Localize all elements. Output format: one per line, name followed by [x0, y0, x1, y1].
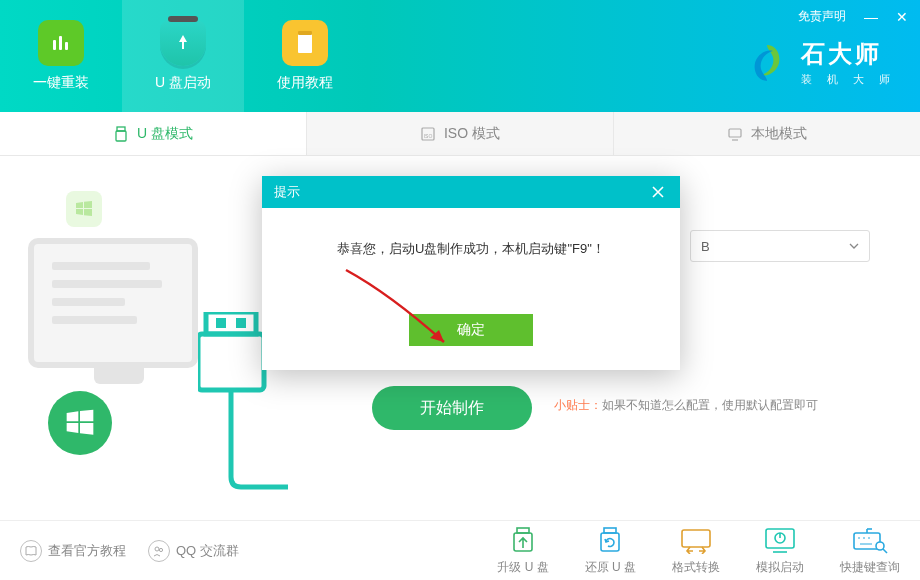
action-format-convert[interactable]: 格式转换 — [672, 525, 720, 576]
svg-rect-3 — [298, 33, 312, 53]
footer-link-label: QQ 交流群 — [176, 542, 239, 560]
tip-body: 如果不知道怎么配置，使用默认配置即可 — [602, 398, 818, 412]
brand-subtitle: 装 机 大 师 — [801, 72, 896, 87]
svg-rect-2 — [65, 42, 68, 50]
mode-tabs: U 盘模式 ISO ISO 模式 本地模式 — [0, 112, 920, 156]
nav-label: U 盘启动 — [155, 74, 211, 92]
convert-icon — [678, 525, 714, 555]
action-simulate-boot[interactable]: 模拟启动 — [756, 525, 804, 576]
nav-label: 一键重装 — [33, 74, 89, 92]
windows-small-icon — [66, 191, 102, 227]
tab-label: ISO 模式 — [444, 125, 500, 143]
tab-iso-mode[interactable]: ISO ISO 模式 — [307, 112, 614, 155]
action-label: 模拟启动 — [756, 559, 804, 576]
action-hotkey-query[interactable]: 快捷键查询 — [840, 525, 900, 576]
action-label: 格式转换 — [672, 559, 720, 576]
dialog-header: 提示 — [262, 176, 680, 208]
svg-point-29 — [876, 542, 884, 550]
footer-link-label: 查看官方教程 — [48, 542, 126, 560]
tab-usb-mode[interactable]: U 盘模式 — [0, 112, 307, 155]
dialog-close-button[interactable] — [648, 182, 668, 202]
close-icon — [651, 185, 665, 199]
svg-rect-11 — [206, 312, 256, 334]
windows-badge-icon — [48, 391, 112, 455]
people-icon — [148, 540, 170, 562]
footer: 查看官方教程 QQ 交流群 升级 U 盘 还原 U 盘 格式转换 模拟启动 快捷… — [0, 520, 920, 580]
dropdown-value: B — [701, 239, 710, 254]
chevron-down-icon — [849, 243, 859, 249]
action-upgrade-usb[interactable]: 升级 U 盘 — [497, 525, 548, 576]
svg-rect-12 — [216, 318, 226, 328]
usb-refresh-icon — [592, 525, 628, 555]
footer-tutorial-link[interactable]: 查看官方教程 — [20, 540, 126, 562]
svg-rect-4 — [298, 31, 312, 35]
iso-icon: ISO — [420, 126, 436, 142]
nav-label: 使用教程 — [277, 74, 333, 92]
usb-icon — [113, 126, 129, 142]
action-label: 升级 U 盘 — [497, 559, 548, 576]
power-monitor-icon — [762, 525, 798, 555]
start-create-button[interactable]: 开始制作 — [372, 386, 532, 430]
action-label: 还原 U 盘 — [585, 559, 636, 576]
brand: 石大师 装 机 大 师 — [745, 38, 896, 87]
svg-rect-6 — [116, 131, 126, 141]
action-restore-usb[interactable]: 还原 U 盘 — [585, 525, 636, 576]
nav-tutorial[interactable]: 使用教程 — [244, 0, 366, 112]
disclaimer-link[interactable]: 免责声明 — [798, 8, 846, 25]
svg-rect-20 — [601, 533, 619, 551]
tab-local-mode[interactable]: 本地模式 — [614, 112, 920, 155]
book-open-icon — [20, 540, 42, 562]
dialog-ok-button[interactable]: 确定 — [409, 314, 533, 346]
tip-prefix: 小贴士： — [554, 398, 602, 412]
usb-up-icon — [505, 525, 541, 555]
success-dialog: 提示 恭喜您，启动U盘制作成功，本机启动键"F9"！ 确定 — [262, 176, 680, 370]
brand-logo-icon — [745, 41, 789, 85]
close-window-button[interactable]: ✕ — [896, 9, 908, 25]
svg-text:ISO: ISO — [424, 133, 433, 139]
monitor-illustration — [28, 238, 198, 368]
brand-title: 石大师 — [801, 38, 896, 70]
size-dropdown[interactable]: B — [690, 230, 870, 262]
nav-reinstall[interactable]: 一键重装 — [0, 0, 122, 112]
svg-rect-22 — [766, 529, 794, 548]
shield-icon — [160, 20, 206, 66]
svg-rect-0 — [53, 40, 56, 50]
app-header: 免责声明 — ✕ 一键重装 U 盘启动 使用教程 石大师 — [0, 0, 920, 112]
svg-point-15 — [155, 547, 159, 551]
book-icon — [282, 20, 328, 66]
svg-rect-14 — [198, 334, 264, 390]
footer-qq-link[interactable]: QQ 交流群 — [148, 540, 239, 562]
tab-label: U 盘模式 — [137, 125, 193, 143]
svg-rect-21 — [682, 530, 710, 547]
tip-text: 小贴士：如果不知道怎么配置，使用默认配置即可 — [554, 397, 818, 414]
dialog-message: 恭喜您，启动U盘制作成功，本机启动键"F9"！ — [286, 240, 656, 258]
tab-label: 本地模式 — [751, 125, 807, 143]
svg-rect-1 — [59, 36, 62, 50]
minimize-button[interactable]: — — [864, 9, 878, 25]
svg-line-30 — [883, 549, 887, 553]
action-label: 快捷键查询 — [840, 559, 900, 576]
svg-point-16 — [159, 548, 162, 551]
bars-icon — [38, 20, 84, 66]
keyboard-search-icon — [852, 525, 888, 555]
monitor-icon — [727, 126, 743, 142]
svg-rect-13 — [236, 318, 246, 328]
illustration — [20, 186, 250, 476]
dialog-title: 提示 — [274, 183, 300, 201]
svg-rect-9 — [729, 129, 741, 137]
nav-usb-boot[interactable]: U 盘启动 — [122, 0, 244, 112]
